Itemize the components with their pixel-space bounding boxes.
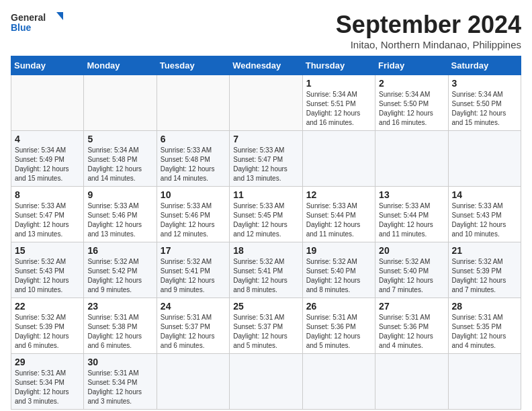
calendar-cell <box>375 131 448 187</box>
calendar-cell: 3Sunrise: 5:34 AMSunset: 5:50 PMDaylight… <box>448 75 521 131</box>
day-info: Sunrise: 5:33 AMSunset: 5:43 PMDaylight:… <box>452 201 517 239</box>
calendar-cell: 29Sunrise: 5:31 AMSunset: 5:34 PMDayligh… <box>11 354 84 410</box>
calendar-cell: 24Sunrise: 5:31 AMSunset: 5:37 PMDayligh… <box>157 298 229 354</box>
calendar-cell <box>302 354 375 410</box>
day-info: Sunrise: 5:34 AMSunset: 5:50 PMDaylight:… <box>379 90 444 128</box>
day-info: Sunrise: 5:31 AMSunset: 5:34 PMDaylight:… <box>87 369 152 406</box>
calendar-cell <box>375 354 448 410</box>
day-info: Sunrise: 5:34 AMSunset: 5:48 PMDaylight:… <box>87 146 152 183</box>
day-info: Sunrise: 5:33 AMSunset: 5:46 PMDaylight:… <box>161 201 226 239</box>
day-number: 14 <box>452 189 517 200</box>
calendar-week-row: 15Sunrise: 5:32 AMSunset: 5:43 PMDayligh… <box>11 242 521 298</box>
day-number: 18 <box>233 245 298 256</box>
calendar-cell: 4Sunrise: 5:34 AMSunset: 5:49 PMDaylight… <box>11 131 84 187</box>
day-info: Sunrise: 5:31 AMSunset: 5:36 PMDaylight:… <box>379 313 444 351</box>
calendar-cell: 28Sunrise: 5:31 AMSunset: 5:35 PMDayligh… <box>448 298 521 354</box>
calendar-cell: 9Sunrise: 5:33 AMSunset: 5:46 PMDaylight… <box>84 187 157 242</box>
day-info: Sunrise: 5:32 AMSunset: 5:42 PMDaylight:… <box>87 257 152 295</box>
calendar-cell: 18Sunrise: 5:32 AMSunset: 5:41 PMDayligh… <box>230 242 302 298</box>
day-info: Sunrise: 5:31 AMSunset: 5:37 PMDaylight:… <box>161 313 226 351</box>
day-number: 12 <box>306 189 371 200</box>
day-number: 28 <box>452 301 517 312</box>
day-number: 9 <box>87 189 152 200</box>
weekday-header-cell: Monday <box>84 56 157 75</box>
weekday-header-cell: Wednesday <box>230 56 302 75</box>
calendar-cell: 1Sunrise: 5:34 AMSunset: 5:51 PMDaylight… <box>302 75 375 131</box>
day-info: Sunrise: 5:33 AMSunset: 5:45 PMDaylight:… <box>233 201 298 239</box>
calendar-cell: 12Sunrise: 5:33 AMSunset: 5:44 PMDayligh… <box>302 187 375 242</box>
day-info: Sunrise: 5:31 AMSunset: 5:34 PMDaylight:… <box>15 369 80 406</box>
day-number: 11 <box>233 189 298 200</box>
calendar-cell: 17Sunrise: 5:32 AMSunset: 5:41 PMDayligh… <box>157 242 229 298</box>
weekday-header-cell: Thursday <box>302 56 375 75</box>
day-number: 22 <box>15 301 80 312</box>
day-info: Sunrise: 5:32 AMSunset: 5:43 PMDaylight:… <box>15 257 80 295</box>
calendar-week-row: 4Sunrise: 5:34 AMSunset: 5:49 PMDaylight… <box>11 131 521 187</box>
day-number: 19 <box>306 245 371 256</box>
day-number: 29 <box>15 357 80 367</box>
day-number: 27 <box>379 301 444 312</box>
day-number: 13 <box>379 189 444 200</box>
day-number: 20 <box>379 245 444 256</box>
calendar-cell: 20Sunrise: 5:32 AMSunset: 5:40 PMDayligh… <box>375 242 448 298</box>
day-number: 7 <box>233 134 298 144</box>
day-info: Sunrise: 5:33 AMSunset: 5:44 PMDaylight:… <box>306 201 371 239</box>
weekday-header-cell: Saturday <box>448 56 521 75</box>
calendar-cell: 6Sunrise: 5:33 AMSunset: 5:48 PMDaylight… <box>157 131 229 187</box>
day-info: Sunrise: 5:31 AMSunset: 5:36 PMDaylight:… <box>306 313 371 351</box>
day-number: 16 <box>87 245 152 256</box>
day-info: Sunrise: 5:31 AMSunset: 5:38 PMDaylight:… <box>87 313 152 351</box>
month-title: September 2024 <box>336 11 521 39</box>
calendar-cell <box>230 75 302 131</box>
weekday-header-cell: Friday <box>375 56 448 75</box>
calendar-cell <box>302 131 375 187</box>
day-info: Sunrise: 5:32 AMSunset: 5:41 PMDaylight:… <box>161 257 226 295</box>
calendar-cell <box>448 354 521 410</box>
calendar-cell: 10Sunrise: 5:33 AMSunset: 5:46 PMDayligh… <box>157 187 229 242</box>
day-number: 6 <box>161 134 226 144</box>
day-number: 10 <box>161 189 226 200</box>
calendar-cell: 15Sunrise: 5:32 AMSunset: 5:43 PMDayligh… <box>11 242 84 298</box>
calendar-cell <box>11 75 84 131</box>
day-info: Sunrise: 5:33 AMSunset: 5:47 PMDaylight:… <box>15 201 80 239</box>
calendar-cell <box>157 75 229 131</box>
weekday-header-cell: Tuesday <box>157 56 229 75</box>
day-number: 1 <box>306 78 371 89</box>
day-number: 8 <box>15 189 80 200</box>
day-info: Sunrise: 5:34 AMSunset: 5:49 PMDaylight:… <box>15 146 80 183</box>
calendar-cell: 30Sunrise: 5:31 AMSunset: 5:34 PMDayligh… <box>84 354 157 410</box>
day-info: Sunrise: 5:34 AMSunset: 5:51 PMDaylight:… <box>306 90 371 128</box>
calendar-cell: 11Sunrise: 5:33 AMSunset: 5:45 PMDayligh… <box>230 187 302 242</box>
title-area: September 2024 Initao, Northern Mindanao… <box>336 11 521 50</box>
calendar-cell <box>84 75 157 131</box>
day-info: Sunrise: 5:34 AMSunset: 5:50 PMDaylight:… <box>452 90 517 128</box>
weekday-header-row: SundayMondayTuesdayWednesdayThursdayFrid… <box>11 56 521 75</box>
calendar-cell <box>157 354 229 410</box>
page-header: General Blue September 2024 Initao, Nort… <box>11 11 521 50</box>
calendar-cell: 5Sunrise: 5:34 AMSunset: 5:48 PMDaylight… <box>84 131 157 187</box>
calendar-body: 1Sunrise: 5:34 AMSunset: 5:51 PMDaylight… <box>11 75 521 410</box>
location-title: Initao, Northern Mindanao, Philippines <box>336 39 521 50</box>
day-info: Sunrise: 5:33 AMSunset: 5:47 PMDaylight:… <box>233 146 298 183</box>
day-number: 2 <box>379 78 444 89</box>
day-number: 23 <box>87 301 152 312</box>
calendar-cell: 19Sunrise: 5:32 AMSunset: 5:40 PMDayligh… <box>302 242 375 298</box>
calendar-cell: 2Sunrise: 5:34 AMSunset: 5:50 PMDaylight… <box>375 75 448 131</box>
calendar-cell <box>448 131 521 187</box>
weekday-header-cell: Sunday <box>11 56 84 75</box>
day-info: Sunrise: 5:33 AMSunset: 5:44 PMDaylight:… <box>379 201 444 239</box>
day-info: Sunrise: 5:32 AMSunset: 5:39 PMDaylight:… <box>15 313 80 351</box>
day-number: 15 <box>15 245 80 256</box>
calendar-cell: 16Sunrise: 5:32 AMSunset: 5:42 PMDayligh… <box>84 242 157 298</box>
svg-text:General: General <box>11 12 46 23</box>
calendar-cell <box>230 354 302 410</box>
calendar-cell: 8Sunrise: 5:33 AMSunset: 5:47 PMDaylight… <box>11 187 84 242</box>
svg-marker-2 <box>56 12 63 20</box>
calendar-week-row: 1Sunrise: 5:34 AMSunset: 5:51 PMDaylight… <box>11 75 521 131</box>
day-number: 3 <box>452 78 517 89</box>
day-number: 25 <box>233 301 298 312</box>
calendar-cell: 13Sunrise: 5:33 AMSunset: 5:44 PMDayligh… <box>375 187 448 242</box>
calendar-week-row: 29Sunrise: 5:31 AMSunset: 5:34 PMDayligh… <box>11 354 521 410</box>
svg-text:Blue: Blue <box>11 22 32 33</box>
calendar-week-row: 22Sunrise: 5:32 AMSunset: 5:39 PMDayligh… <box>11 298 521 354</box>
